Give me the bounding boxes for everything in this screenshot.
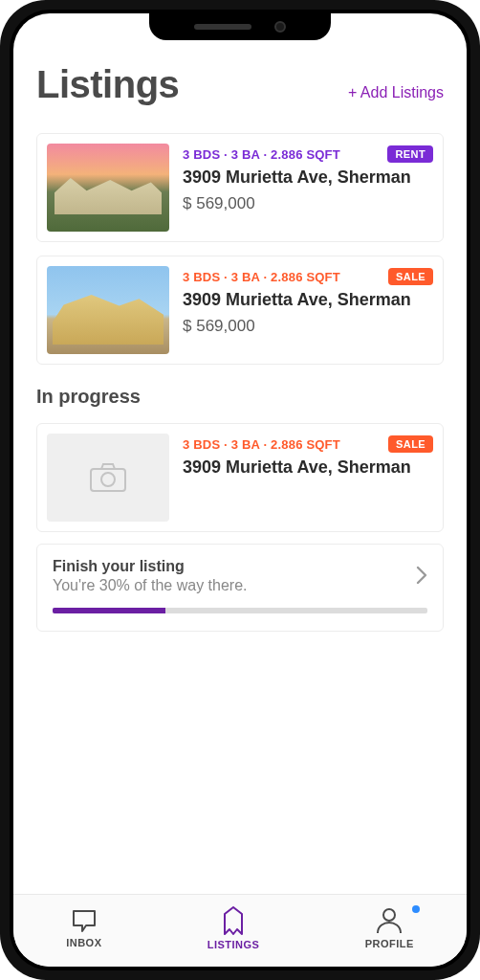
camera-icon <box>274 21 286 33</box>
nav-label: PROFILE <box>365 938 414 949</box>
nav-inbox[interactable]: INBOX <box>66 908 101 948</box>
nav-label: LISTINGS <box>207 939 260 950</box>
listing-meta: 3 BDS · 3 BA · 2.886 SQFT <box>183 270 340 284</box>
camera-icon <box>90 463 126 492</box>
app-screen: Listings + Add Listings 3 BDS · 3 BA · 2… <box>13 13 467 967</box>
progress-title: Finish your listing <box>53 558 427 575</box>
svg-point-2 <box>383 909 395 921</box>
progress-subtitle: You're 30% of the way there. <box>53 577 427 594</box>
listing-address: 3909 Murietta Ave, Sherman <box>183 457 433 479</box>
listing-thumbnail <box>47 144 169 232</box>
listing-price: $ 569,000 <box>183 194 433 213</box>
phone-frame: Listings + Add Listings 3 BDS · 3 BA · 2… <box>0 0 480 980</box>
listing-address: 3909 Murietta Ave, Sherman <box>183 167 433 189</box>
notification-dot-icon <box>412 905 420 913</box>
listing-price: $ 569,000 <box>183 317 433 336</box>
chevron-right-icon <box>416 566 427 589</box>
nav-listings[interactable]: LISTINGS <box>207 906 260 950</box>
profile-icon <box>376 907 403 934</box>
listing-meta: 3 BDS · 3 BA · 2.886 SQFT <box>183 437 340 452</box>
nav-label: INBOX <box>66 937 101 948</box>
listing-badge: SALE <box>388 435 433 453</box>
listing-card[interactable]: 3 BDS · 3 BA · 2.886 SQFT SALE 3909 Muri… <box>36 256 444 365</box>
finish-listing-card[interactable]: Finish your listing You're 30% of the wa… <box>36 544 444 632</box>
progress-fill <box>53 608 165 613</box>
nav-profile[interactable]: PROFILE <box>365 907 414 949</box>
page-title: Listings <box>36 63 179 106</box>
listing-meta: 3 BDS · 3 BA · 2.886 SQFT <box>183 147 340 162</box>
bottom-nav: INBOX LISTINGS PROFILE <box>13 894 467 967</box>
chat-icon <box>71 908 98 933</box>
phone-notch <box>149 13 331 40</box>
listing-badge: RENT <box>387 145 433 163</box>
svg-point-1 <box>101 473 115 486</box>
listing-thumbnail-placeholder <box>47 434 169 522</box>
listings-icon <box>221 906 246 935</box>
listing-thumbnail <box>47 266 169 354</box>
speaker-icon <box>194 24 251 30</box>
progress-bar <box>53 608 427 613</box>
add-listings-button[interactable]: + Add Listings <box>348 84 444 101</box>
in-progress-listing-card[interactable]: 3 BDS · 3 BA · 2.886 SQFT SALE 3909 Muri… <box>36 423 444 532</box>
section-in-progress-title: In progress <box>36 386 444 408</box>
listing-address: 3909 Murietta Ave, Sherman <box>183 289 433 311</box>
listing-card[interactable]: 3 BDS · 3 BA · 2.886 SQFT RENT 3909 Muri… <box>36 133 444 242</box>
listing-badge: SALE <box>388 268 433 285</box>
